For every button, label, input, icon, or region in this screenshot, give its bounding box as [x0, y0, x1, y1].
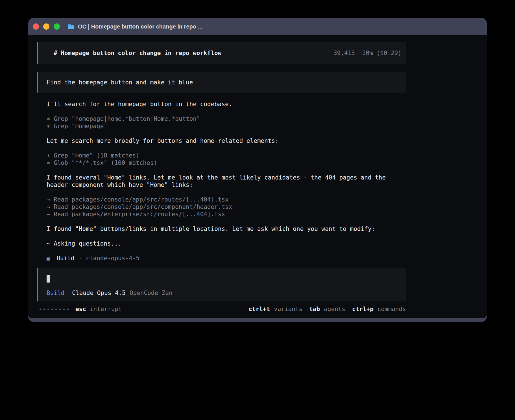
session-stats: 39,413 20% ($0.29) — [333, 49, 401, 57]
agent-status-row: ▣ Build · claude-opus-4-5 — [47, 255, 406, 262]
agent-name: Build — [56, 255, 74, 262]
context-usage: 20% ($0.29) — [362, 49, 401, 57]
token-count: 39,413 — [333, 49, 355, 57]
interrupt-label: interrupt — [90, 305, 122, 313]
zoom-button[interactable] — [54, 23, 60, 30]
window-title: OC | Homepage button color change in rep… — [78, 23, 202, 30]
assistant-text: I'll search for the homepage button in t… — [47, 100, 406, 108]
shortcut-key: ctrl+p — [352, 305, 374, 313]
terminal-window: OC | Homepage button color change in rep… — [28, 18, 487, 322]
user-message-text: Find the homepage button and make it blu… — [47, 79, 193, 86]
tool-call-line: ∗ Grep "homepage|home.*button|Home.*butt… — [47, 115, 406, 123]
shortcut-label: agents — [324, 305, 345, 313]
tool-call-line: → Read packages/console/app/src/routes/[… — [47, 196, 406, 203]
mode-label: Build — [47, 289, 64, 297]
session-title: # Homepage button color change in repo w… — [54, 49, 221, 57]
shortcut-commands: ctrl+p commands — [352, 305, 406, 313]
session-header: # Homepage button color change in repo w… — [37, 42, 406, 64]
assistant-text: I found several "Home" links. Let me loo… — [47, 174, 406, 189]
tool-calls: ∗ Grep "homepage|home.*button|Home.*butt… — [47, 115, 406, 130]
tool-call-line: ∗ Grep "Homepage" — [47, 123, 406, 130]
prompt-input[interactable]: Build Claude Opus 4.5 OpenCode Zen — [37, 268, 406, 301]
model-name: Claude Opus 4.5 — [72, 289, 126, 297]
tool-calls: → Read packages/console/app/src/routes/[… — [47, 196, 406, 218]
folder-icon — [67, 23, 75, 30]
opencode-tui: # Homepage button color change in repo w… — [37, 42, 406, 313]
agent-model: claude-opus-4-5 — [86, 255, 139, 262]
interrupt-key-hint: esc — [75, 305, 86, 313]
text-cursor — [47, 275, 50, 283]
status-bar: esc interrupt ctrl+t variants tab agents… — [37, 305, 406, 313]
assistant-text: Let me search more broadly for buttons a… — [47, 137, 406, 145]
provider-name: OpenCode Zen — [130, 289, 173, 297]
statusbar-left: esc interrupt — [37, 305, 122, 313]
user-message: Find the homepage button and make it blu… — [37, 72, 406, 93]
conversation: I'll search for the homepage button in t… — [37, 100, 406, 262]
tool-call-line: → Read packages/enterprise/src/routes/[.… — [47, 211, 406, 218]
tool-call-line: ∗ Grep "Home" (18 matches) — [47, 152, 406, 159]
shortcut-key: ctrl+t — [248, 305, 270, 313]
minimize-button[interactable] — [43, 23, 49, 30]
agent-separator: · — [78, 255, 82, 262]
shortcut-label: commands — [377, 305, 406, 313]
shortcut-label: variants — [274, 305, 302, 313]
statusbar-right: ctrl+t variants tab agents ctrl+p comman… — [248, 305, 406, 313]
assistant-status-text: ~ Asking questions... — [47, 240, 406, 247]
agent-build-icon: ▣ — [47, 255, 50, 262]
tool-call-line: → Read packages/console/app/src/componen… — [47, 203, 406, 211]
shortcut-variants: ctrl+t variants — [248, 305, 302, 313]
terminal-content: # Homepage button color change in repo w… — [28, 35, 487, 318]
assistant-text: I found "Home" buttons/links in multiple… — [47, 225, 406, 233]
traffic-lights — [33, 23, 60, 30]
titlebar[interactable]: OC | Homepage button color change in rep… — [28, 18, 487, 35]
close-button[interactable] — [33, 23, 39, 30]
shortcut-agents: tab agents — [309, 305, 345, 313]
model-row: Build Claude Opus 4.5 OpenCode Zen — [47, 289, 406, 297]
tool-call-line: ∗ Glob "**/*.tsx" (100 matches) — [47, 159, 406, 167]
shortcut-key: tab — [309, 305, 320, 313]
spinner — [40, 309, 69, 310]
tool-calls: ∗ Grep "Home" (18 matches) ∗ Glob "**/*.… — [47, 152, 406, 167]
